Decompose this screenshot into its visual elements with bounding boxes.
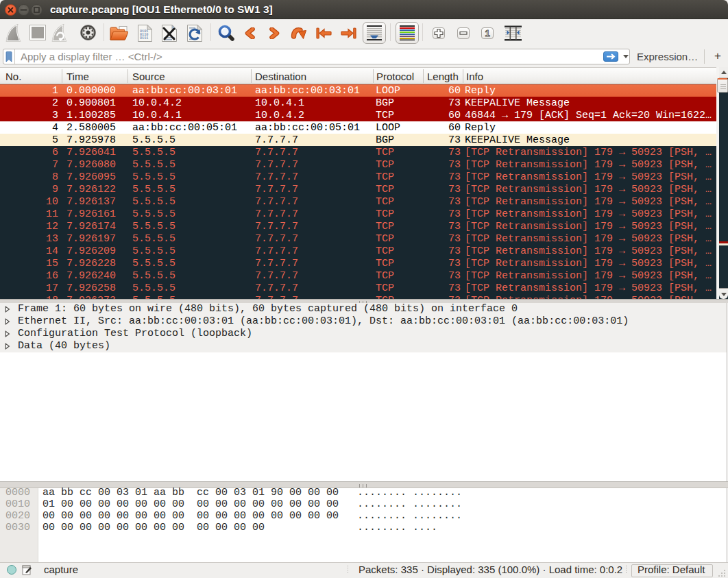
svg-text:0111: 0111: [140, 36, 148, 40]
svg-text:1: 1: [485, 28, 489, 38]
